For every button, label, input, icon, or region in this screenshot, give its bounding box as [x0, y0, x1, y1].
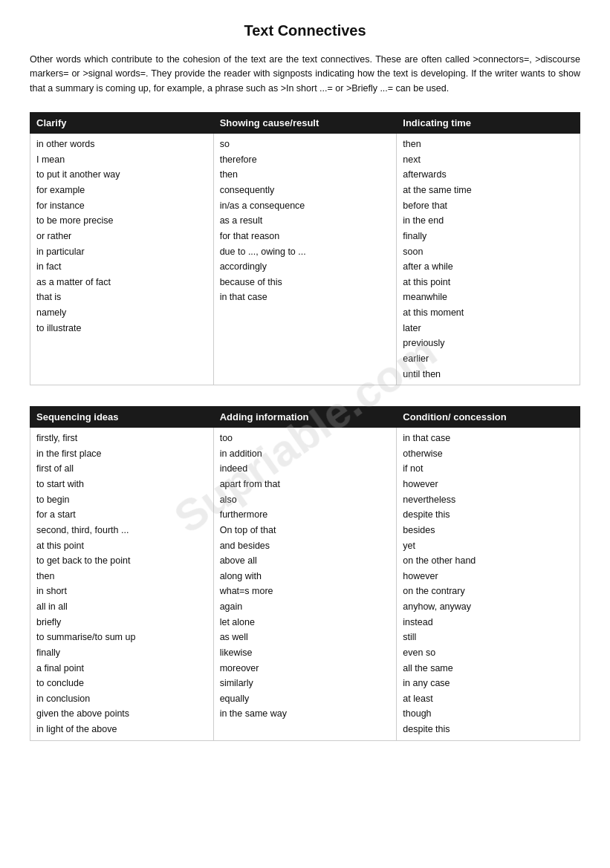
page-title: Text Connectives: [30, 22, 580, 39]
list-item: then: [403, 137, 574, 152]
list-item: besides: [403, 523, 574, 538]
list-item: in other words: [36, 137, 207, 152]
list-item: afterwards: [403, 167, 574, 183]
list-item: On top of that: [220, 523, 391, 538]
list-item: previously: [403, 336, 574, 351]
cell-indicating-time: thennextafterwardsat the same timebefore…: [397, 134, 580, 385]
list-item: in addition: [220, 446, 391, 462]
list-item: to put it another way: [36, 167, 207, 183]
list-item: furthermore: [220, 507, 391, 523]
list-item: equally: [220, 691, 391, 707]
list-item: that is: [36, 290, 207, 305]
list-item: in any case: [403, 676, 574, 691]
list-item: in that case: [220, 290, 391, 305]
list-item: to conclude: [36, 676, 207, 691]
list-item: in the end: [403, 213, 574, 229]
list-item: again: [220, 599, 391, 615]
list-item: due to ..., owing to ...: [220, 244, 391, 260]
header-indicating-time: Indicating time: [397, 113, 580, 134]
list-item: however: [403, 477, 574, 492]
list-item: as a result: [220, 213, 391, 229]
cell-adding-info: tooin additionindeedapart from thatalsof…: [213, 428, 397, 741]
list-item: then: [36, 569, 207, 584]
list-item: in light of the above: [36, 722, 207, 737]
list-item: at the same time: [403, 183, 574, 198]
list-item: at this point: [36, 538, 207, 554]
list-item: in short: [36, 584, 207, 599]
list-item: moreover: [220, 661, 391, 676]
list-item: next: [403, 152, 574, 168]
list-item: however: [403, 569, 574, 584]
list-item: though: [403, 706, 574, 722]
list-item: soon: [403, 244, 574, 260]
list-item: otherwise: [403, 446, 574, 462]
list-item: at this moment: [403, 305, 574, 321]
list-item: all the same: [403, 661, 574, 676]
list-item: what=s more: [220, 584, 391, 599]
list-item: indeed: [220, 461, 391, 477]
list-item: apart from that: [220, 477, 391, 492]
list-item: so: [220, 137, 391, 152]
header-sequencing: Sequencing ideas: [30, 407, 214, 428]
list-item: at least: [403, 691, 574, 707]
list-item: before that: [403, 198, 574, 214]
list-item: briefly: [36, 615, 207, 630]
list-item: because of this: [220, 275, 391, 290]
list-item: meanwhile: [403, 290, 574, 305]
cell-sequencing: firstly, firstin the first placefirst of…: [30, 428, 214, 741]
list-item: still: [403, 630, 574, 645]
cell-cause-result: sothereforethenconsequentlyin/as a conse…: [213, 134, 397, 385]
list-item: finally: [403, 229, 574, 244]
list-item: to be more precise: [36, 213, 207, 229]
header-adding-info: Adding information: [213, 407, 397, 428]
table-row: firstly, firstin the first placefirst of…: [30, 428, 580, 741]
list-item: despite this: [403, 722, 574, 737]
list-item: in that case: [403, 431, 574, 446]
list-item: nevertheless: [403, 492, 574, 508]
table-connectives-2: Sequencing ideas Adding information Cond…: [30, 406, 580, 741]
list-item: likewise: [220, 645, 391, 661]
list-item: first of all: [36, 461, 207, 477]
list-item: for that reason: [220, 229, 391, 244]
list-item: therefore: [220, 152, 391, 168]
list-item: I mean: [36, 152, 207, 168]
list-item: at this point: [403, 275, 574, 290]
list-item: for instance: [36, 198, 207, 214]
table-row: in other wordsI meanto put it another wa…: [30, 134, 580, 385]
list-item: as a matter of fact: [36, 275, 207, 290]
header-condition-concession: Condition/ concession: [397, 407, 580, 428]
list-item: a final point: [36, 661, 207, 676]
table-connectives-1: Clarify Showing cause/result Indicating …: [30, 112, 580, 385]
list-item: after a while: [403, 259, 574, 275]
list-item: even so: [403, 645, 574, 661]
list-item: let alone: [220, 615, 391, 630]
header-cause-result: Showing cause/result: [213, 113, 397, 134]
list-item: consequently: [220, 183, 391, 198]
list-item: as well: [220, 630, 391, 645]
list-item: anyhow, anyway: [403, 599, 574, 615]
list-item: above all: [220, 553, 391, 569]
list-item: or rather: [36, 229, 207, 244]
list-item: then: [220, 167, 391, 183]
cell-clarify: in other wordsI meanto put it another wa…: [30, 134, 214, 385]
list-item: despite this: [403, 507, 574, 523]
list-item: given the above points: [36, 706, 207, 722]
list-item: for a start: [36, 507, 207, 523]
list-item: in/as a consequence: [220, 198, 391, 214]
list-item: namely: [36, 305, 207, 321]
list-item: instead: [403, 615, 574, 630]
list-item: accordingly: [220, 259, 391, 275]
list-item: too: [220, 431, 391, 446]
list-item: to summarise/to sum up: [36, 630, 207, 645]
list-item: in particular: [36, 244, 207, 260]
list-item: to start with: [36, 477, 207, 492]
list-item: in conclusion: [36, 691, 207, 707]
list-item: all in all: [36, 599, 207, 615]
list-item: along with: [220, 569, 391, 584]
list-item: in the same way: [220, 706, 391, 722]
cell-condition-concession: in that caseotherwiseif nothowevernevert…: [397, 428, 580, 741]
list-item: until then: [403, 367, 574, 382]
list-item: to begin: [36, 492, 207, 508]
list-item: and besides: [220, 538, 391, 554]
list-item: later: [403, 321, 574, 336]
